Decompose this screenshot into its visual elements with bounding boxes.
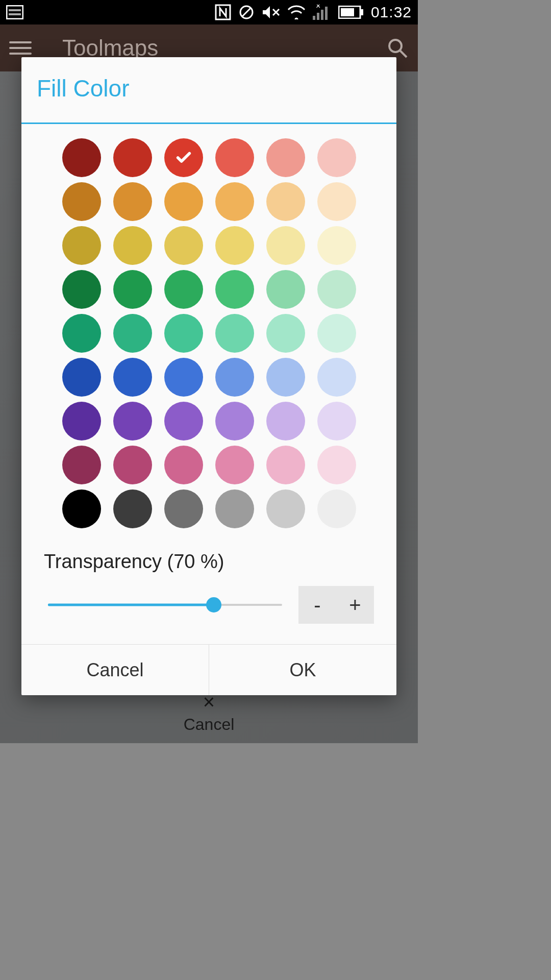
color-swatch[interactable] xyxy=(62,138,101,177)
color-swatch[interactable] xyxy=(164,358,203,397)
transparency-slider[interactable] xyxy=(44,595,286,615)
color-swatch-grid xyxy=(44,138,374,528)
color-swatch[interactable] xyxy=(164,446,203,484)
cell-signal-icon: × xyxy=(313,5,331,20)
color-swatch[interactable] xyxy=(164,314,203,353)
color-swatch[interactable] xyxy=(266,226,305,265)
color-swatch[interactable] xyxy=(113,314,152,353)
color-swatch[interactable] xyxy=(113,182,152,221)
color-swatch[interactable] xyxy=(215,314,254,353)
color-swatch[interactable] xyxy=(317,138,356,177)
color-swatch[interactable] xyxy=(215,358,254,397)
battery-icon xyxy=(338,6,364,19)
color-swatch[interactable] xyxy=(215,226,254,265)
color-swatch[interactable] xyxy=(164,402,203,440)
color-swatch[interactable] xyxy=(266,489,305,528)
color-swatch[interactable] xyxy=(215,446,254,484)
svg-rect-8 xyxy=(313,16,315,20)
color-swatch[interactable] xyxy=(215,138,254,177)
color-swatch[interactable] xyxy=(164,489,203,528)
blocked-icon xyxy=(238,4,255,20)
svg-line-5 xyxy=(242,8,251,16)
color-swatch[interactable] xyxy=(266,358,305,397)
menu-icon[interactable] xyxy=(9,37,32,59)
color-swatch[interactable] xyxy=(317,270,356,309)
background-cancel[interactable]: × Cancel xyxy=(0,692,418,734)
color-swatch[interactable] xyxy=(317,182,356,221)
dialog-actions: Cancel OK xyxy=(21,644,396,695)
svg-text:×: × xyxy=(316,5,320,10)
color-swatch[interactable] xyxy=(113,489,152,528)
color-swatch[interactable] xyxy=(215,270,254,309)
color-swatch[interactable] xyxy=(215,489,254,528)
color-swatch[interactable] xyxy=(62,314,101,353)
color-swatch[interactable] xyxy=(164,138,203,177)
color-swatch[interactable] xyxy=(266,402,305,440)
notification-icon xyxy=(6,5,23,19)
svg-rect-2 xyxy=(9,13,21,15)
background-cancel-label: Cancel xyxy=(0,715,418,734)
svg-rect-1 xyxy=(9,9,21,11)
color-swatch[interactable] xyxy=(215,402,254,440)
color-swatch[interactable] xyxy=(113,138,152,177)
color-swatch[interactable] xyxy=(164,226,203,265)
color-swatch[interactable] xyxy=(113,226,152,265)
color-swatch[interactable] xyxy=(62,446,101,484)
svg-rect-10 xyxy=(321,10,323,20)
status-bar: × 01:32 xyxy=(0,0,418,24)
decrease-button[interactable]: - xyxy=(298,586,336,624)
color-swatch[interactable] xyxy=(317,446,356,484)
color-swatch[interactable] xyxy=(266,138,305,177)
color-swatch[interactable] xyxy=(266,314,305,353)
wifi-icon xyxy=(287,5,306,19)
color-swatch[interactable] xyxy=(62,270,101,309)
svg-rect-11 xyxy=(325,7,328,20)
color-swatch[interactable] xyxy=(62,358,101,397)
svg-rect-0 xyxy=(7,6,23,19)
volume-muted-icon xyxy=(262,4,280,20)
color-swatch[interactable] xyxy=(62,489,101,528)
status-clock: 01:32 xyxy=(371,4,412,21)
svg-rect-15 xyxy=(361,9,363,15)
color-swatch[interactable] xyxy=(266,446,305,484)
transparency-stepper: - + xyxy=(298,586,374,624)
color-swatch[interactable] xyxy=(215,182,254,221)
color-swatch[interactable] xyxy=(62,182,101,221)
color-swatch[interactable] xyxy=(317,226,356,265)
color-swatch[interactable] xyxy=(317,402,356,440)
color-swatch[interactable] xyxy=(62,226,101,265)
color-swatch[interactable] xyxy=(113,402,152,440)
color-swatch[interactable] xyxy=(113,358,152,397)
dialog-title: Fill Color xyxy=(21,57,396,115)
increase-button[interactable]: + xyxy=(336,586,374,624)
color-swatch[interactable] xyxy=(317,358,356,397)
fill-color-dialog: Fill Color Transparency (70 %) - + Cance… xyxy=(21,57,396,695)
transparency-label: Transparency (70 %) xyxy=(44,551,374,573)
color-swatch[interactable] xyxy=(62,402,101,440)
color-swatch[interactable] xyxy=(317,489,356,528)
color-swatch[interactable] xyxy=(164,270,203,309)
color-swatch[interactable] xyxy=(266,182,305,221)
check-icon xyxy=(164,138,203,177)
color-swatch[interactable] xyxy=(317,314,356,353)
svg-point-16 xyxy=(389,40,402,52)
svg-line-17 xyxy=(400,51,407,57)
cancel-button[interactable]: Cancel xyxy=(21,645,209,695)
color-swatch[interactable] xyxy=(113,446,152,484)
svg-rect-9 xyxy=(317,13,319,20)
ok-button[interactable]: OK xyxy=(209,645,396,695)
color-swatch[interactable] xyxy=(266,270,305,309)
color-swatch[interactable] xyxy=(113,270,152,309)
svg-rect-14 xyxy=(341,8,354,16)
color-swatch[interactable] xyxy=(164,182,203,221)
search-icon[interactable] xyxy=(386,37,409,59)
nfc-icon xyxy=(215,4,231,20)
